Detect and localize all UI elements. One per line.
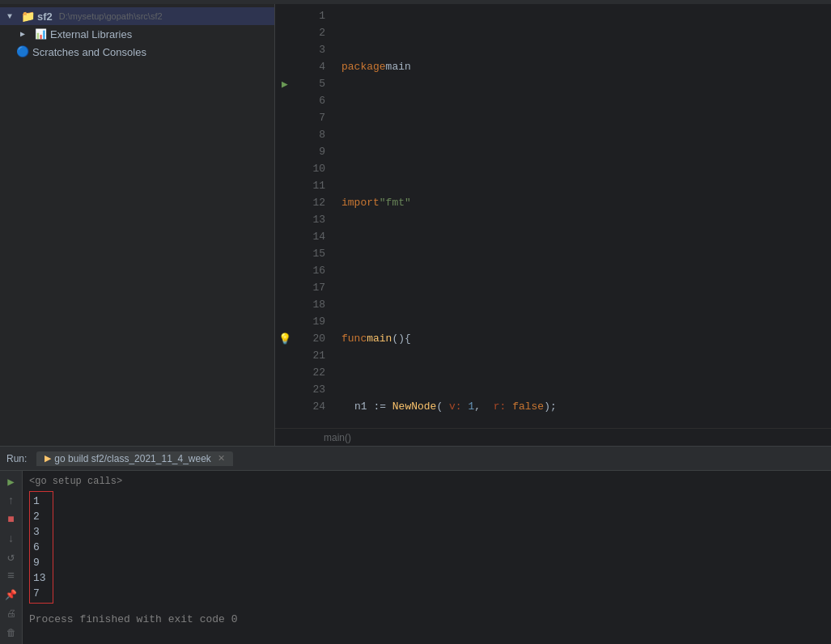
sidebar-item-sf2-label: sf2 (37, 11, 53, 23)
editor-bottom-bar: main() (275, 428, 831, 446)
sidebar: ▼ 📁 sf2 D:\mysetup\gopath\src\sf2 ▶ 📊 Ex… (0, 4, 275, 446)
gutter-bulb-line20[interactable]: 💡 (275, 330, 295, 347)
process-done-text: Process finished with exit code 0 (29, 612, 825, 627)
gutter-line-3 (275, 41, 295, 58)
run-rerun-button[interactable]: ↺ (3, 549, 19, 565)
main-layout: ▼ 📁 sf2 D:\mysetup\gopath\src\sf2 ▶ 📊 Ex… (0, 4, 831, 446)
editor-area: ▶ 💡 (275, 4, 831, 446)
run-tabs: Run: ▶ go build sf2/class_2021_11_4_week… (0, 447, 831, 471)
run-tab-icon: ▶ (45, 453, 51, 464)
sidebar-item-ext-label: External Libraries (50, 28, 132, 40)
gutter-line-1 (275, 7, 295, 24)
code-line-4 (341, 262, 831, 279)
expand-arrow-icon: ▼ (3, 10, 16, 23)
run-pin-button[interactable]: 📌 (3, 587, 19, 603)
run-tab-close-btn[interactable]: ✕ (218, 453, 225, 464)
sidebar-item-sf2-path: D:\mysetup\gopath\src\sf2 (59, 11, 163, 21)
sidebar-item-external-libraries[interactable]: ▶ 📊 External Libraries (0, 25, 274, 43)
gutter-line-2 (275, 24, 295, 41)
expand-arrow-ext-icon: ▶ (16, 28, 29, 40)
run-print-button[interactable]: 🖨 (3, 606, 19, 621)
code-line-5: func main(){ (341, 330, 831, 347)
run-align-button[interactable]: ≡ (3, 569, 19, 584)
sidebar-item-scratches[interactable]: 🔵 Scratches and Consoles (0, 43, 274, 61)
output-header: <go setup calls> (29, 474, 825, 489)
run-tab-label: go build sf2/class_2021_11_4_week (54, 453, 210, 464)
output-value-5: 9 (33, 555, 46, 570)
run-stop-button[interactable]: ■ (3, 512, 19, 527)
editor-bottom-text: main() (324, 432, 351, 443)
bulb-icon: 💡 (278, 333, 291, 345)
code-editor[interactable]: package main import "fmt" func main(){ n… (335, 4, 831, 428)
line-numbers: 1 2 3 4 5 6 7 8 9 10 11 12 13 14 15 16 1… (295, 4, 335, 428)
run-label: Run: (6, 453, 27, 464)
sidebar-item-scratches-label: Scratches and Consoles (32, 46, 146, 58)
run-output: <go setup calls> 1 2 3 6 9 13 7 Process … (23, 471, 831, 644)
run-tab[interactable]: ▶ go build sf2/class_2021_11_4_week ✕ (36, 451, 232, 466)
run-panel: Run: ▶ go build sf2/class_2021_11_4_week… (0, 446, 831, 644)
folder-icon: 📁 (21, 10, 34, 23)
editor-content: ▶ 💡 (275, 4, 831, 428)
output-value-2: 2 (33, 509, 46, 524)
run-sidebar: ▶ ↑ ■ ↓ ↺ ≡ 📌 🖨 🗑 (0, 471, 23, 644)
output-box: 1 2 3 6 9 13 7 (29, 491, 53, 604)
run-down-button[interactable]: ↓ (3, 531, 19, 546)
gutter-arrow-line5[interactable]: ▶ (275, 75, 295, 92)
gutter-icons: ▶ 💡 (275, 4, 295, 428)
library-icon: 📊 (34, 28, 47, 40)
gutter-line-4 (275, 58, 295, 75)
output-value-6: 13 (33, 570, 46, 586)
scratch-icon: 🔵 (16, 45, 29, 58)
run-play-button[interactable]: ▶ (3, 474, 19, 489)
code-line-3: import "fmt" (341, 194, 831, 211)
output-value-4: 6 (33, 540, 46, 555)
code-line-1: package main (341, 58, 831, 75)
sidebar-item-sf2[interactable]: ▼ 📁 sf2 D:\mysetup\gopath\src\sf2 (0, 7, 274, 25)
run-body: ▶ ↑ ■ ↓ ↺ ≡ 📌 🖨 🗑 <go setup calls> 1 2 3… (0, 471, 831, 644)
run-up-button[interactable]: ↑ (3, 493, 19, 508)
output-value-7: 7 (33, 586, 46, 601)
output-value-1: 1 (33, 494, 46, 509)
run-trash-button[interactable]: 🗑 (3, 625, 19, 641)
output-value-3: 3 (33, 524, 46, 540)
code-line-6: n1 := NewNode( v: 1, r: false); (341, 398, 831, 415)
code-line-2 (341, 126, 831, 143)
